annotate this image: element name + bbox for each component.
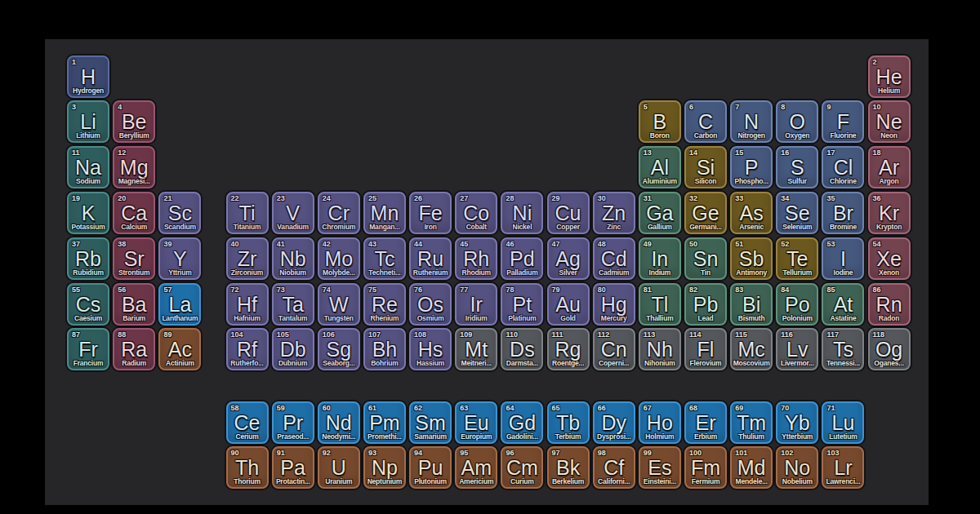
element-cell-ge[interactable]: 32GeGermani... (684, 192, 727, 234)
element-cell-rn[interactable]: 86RnRadon (868, 283, 911, 326)
element-cell-ca[interactable]: 20CaCalcium (113, 192, 155, 234)
element-cell-eu[interactable]: 63EuEuropium (455, 401, 497, 444)
element-cell-ts[interactable]: 117TsTennessi... (822, 328, 864, 370)
element-cell-cl[interactable]: 17ClChlorine (822, 146, 864, 188)
element-cell-ag[interactable]: 47AgSilver (547, 237, 590, 280)
element-cell-n[interactable]: 7NNitrogen (730, 100, 773, 143)
element-cell-zr[interactable]: 40ZrZirconium (226, 237, 269, 280)
element-cell-ne[interactable]: 10NeNeon (868, 100, 911, 143)
element-cell-fe[interactable]: 26FeIron (409, 192, 452, 234)
element-cell-cr[interactable]: 24CrChromium (318, 192, 360, 234)
element-cell-hf[interactable]: 72HfHafnium (226, 283, 269, 326)
element-cell-bi[interactable]: 83BiBismuth (730, 283, 773, 326)
element-cell-cf[interactable]: 98CfCaliforni... (593, 446, 635, 489)
element-cell-tl[interactable]: 81TlThallium (639, 283, 681, 326)
element-cell-mt[interactable]: 109MtMeitneri... (455, 328, 497, 370)
element-cell-sg[interactable]: 106SgSeaborg... (318, 328, 360, 370)
element-cell-si[interactable]: 14SiSilicon (684, 146, 727, 188)
element-cell-ir[interactable]: 77IrIridium (455, 283, 497, 326)
element-cell-lr[interactable]: 103LrLawrenci... (822, 446, 864, 489)
element-cell-na[interactable]: 11NaSodium (67, 146, 109, 188)
element-cell-sb[interactable]: 51SbAntimony (730, 237, 773, 280)
element-cell-sr[interactable]: 38SrStrontium (113, 237, 155, 280)
element-cell-sm[interactable]: 62SmSamarium (409, 401, 452, 444)
element-cell-lv[interactable]: 116LvLivermor... (776, 328, 818, 370)
element-cell-u[interactable]: 92UUranium (318, 446, 360, 489)
element-cell-in[interactable]: 49InIndium (639, 237, 681, 280)
element-cell-as[interactable]: 33AsArsenic (730, 192, 773, 234)
element-cell-fl[interactable]: 114FlFlerovium (684, 328, 727, 370)
element-cell-gd[interactable]: 64GdGadolini... (501, 401, 543, 444)
element-cell-am[interactable]: 95AmAmericium (455, 446, 497, 489)
element-cell-hg[interactable]: 80HgMercury (593, 283, 635, 326)
element-cell-ho[interactable]: 67HoHolmium (639, 401, 681, 444)
element-cell-nd[interactable]: 60NdNeodymi... (318, 401, 360, 444)
element-cell-xe[interactable]: 54XeXenon (868, 237, 911, 280)
element-cell-re[interactable]: 75ReRhenium (363, 283, 406, 326)
element-cell-al[interactable]: 13AlAluminium (639, 146, 681, 188)
element-cell-ti[interactable]: 22TiTitanium (226, 192, 269, 234)
element-cell-tb[interactable]: 65TbTerbium (547, 401, 590, 444)
element-cell-ar[interactable]: 18ArArgon (868, 146, 911, 188)
element-cell-rg[interactable]: 111RgRoentge... (547, 328, 590, 370)
element-cell-ra[interactable]: 88RaRadium (113, 328, 155, 370)
element-cell-w[interactable]: 74WTungsten (318, 283, 360, 326)
element-cell-pa[interactable]: 91PaProtactin... (272, 446, 314, 489)
element-cell-dy[interactable]: 66DyDysprosi... (593, 401, 635, 444)
element-cell-ac[interactable]: 89AcActinium (158, 328, 201, 370)
element-cell-pm[interactable]: 61PmPromethi... (363, 401, 406, 444)
element-cell-mn[interactable]: 25MnMangan... (363, 192, 406, 234)
element-cell-at[interactable]: 85AtAstatine (822, 283, 864, 326)
element-cell-o[interactable]: 8OOxygen (776, 100, 818, 143)
element-cell-no[interactable]: 102NoNobelium (776, 446, 818, 489)
element-cell-cd[interactable]: 48CdCadmium (593, 237, 635, 280)
element-cell-cm[interactable]: 96CmCurium (501, 446, 543, 489)
element-cell-zn[interactable]: 30ZnZinc (593, 192, 635, 234)
element-cell-h[interactable]: 1HHydrogen (67, 55, 109, 98)
element-cell-kr[interactable]: 36KrKrypton (868, 192, 911, 234)
element-cell-os[interactable]: 76OsOsmium (409, 283, 452, 326)
element-cell-cs[interactable]: 55CsCaesium (67, 283, 109, 326)
element-cell-rf[interactable]: 104RfRutherfo... (226, 328, 269, 370)
element-cell-mg[interactable]: 12MgMagnesi... (113, 146, 155, 188)
element-cell-tc[interactable]: 43TcTechneti... (363, 237, 406, 280)
element-cell-hs[interactable]: 108HsHassium (409, 328, 452, 370)
element-cell-bk[interactable]: 97BkBerkelium (547, 446, 590, 489)
element-cell-he[interactable]: 2HeHelium (868, 55, 911, 98)
element-cell-pt[interactable]: 78PtPlatinum (501, 283, 543, 326)
element-cell-fr[interactable]: 87FrFrancium (67, 328, 109, 370)
element-cell-i[interactable]: 53IIodine (822, 237, 864, 280)
element-cell-ba[interactable]: 56BaBarium (113, 283, 155, 326)
element-cell-f[interactable]: 9FFluorine (822, 100, 864, 143)
element-cell-ce[interactable]: 58CeCerium (226, 401, 269, 444)
element-cell-pu[interactable]: 94PuPlutonium (409, 446, 452, 489)
element-cell-bh[interactable]: 107BhBohrium (363, 328, 406, 370)
element-cell-li[interactable]: 3LiLithium (67, 100, 109, 143)
element-cell-nb[interactable]: 41NbNiobium (272, 237, 314, 280)
element-cell-ga[interactable]: 31GaGallium (639, 192, 681, 234)
element-cell-s[interactable]: 16SSulfur (776, 146, 818, 188)
element-cell-la[interactable]: 57LaLanthanum (158, 283, 201, 326)
element-cell-mo[interactable]: 42MoMolybde... (318, 237, 360, 280)
element-cell-k[interactable]: 19KPotassium (67, 192, 109, 234)
element-cell-au[interactable]: 79AuGold (547, 283, 590, 326)
element-cell-fm[interactable]: 100FmFermium (684, 446, 727, 489)
element-cell-rh[interactable]: 45RhRhodium (455, 237, 497, 280)
element-cell-sc[interactable]: 21ScScandium (158, 192, 201, 234)
element-cell-md[interactable]: 101MdMendele... (730, 446, 773, 489)
element-cell-c[interactable]: 6CCarbon (684, 100, 727, 143)
element-cell-te[interactable]: 52TeTellurium (776, 237, 818, 280)
element-cell-be[interactable]: 4BeBeryllium (113, 100, 155, 143)
element-cell-nh[interactable]: 113NhNihonium (639, 328, 681, 370)
element-cell-es[interactable]: 99EsEinsteini... (639, 446, 681, 489)
element-cell-rb[interactable]: 37RbRubidium (67, 237, 109, 280)
element-cell-cu[interactable]: 29CuCopper (547, 192, 590, 234)
element-cell-ta[interactable]: 73TaTantalum (272, 283, 314, 326)
element-cell-b[interactable]: 5BBoron (639, 100, 681, 143)
element-cell-db[interactable]: 105DbDubnium (272, 328, 314, 370)
element-cell-pb[interactable]: 82PbLead (684, 283, 727, 326)
element-cell-ru[interactable]: 44RuRuthenium (409, 237, 452, 280)
element-cell-og[interactable]: 118OgOganes... (868, 328, 911, 370)
element-cell-pr[interactable]: 59PrPraseod... (272, 401, 314, 444)
element-cell-cn[interactable]: 112CnCoperni... (593, 328, 635, 370)
